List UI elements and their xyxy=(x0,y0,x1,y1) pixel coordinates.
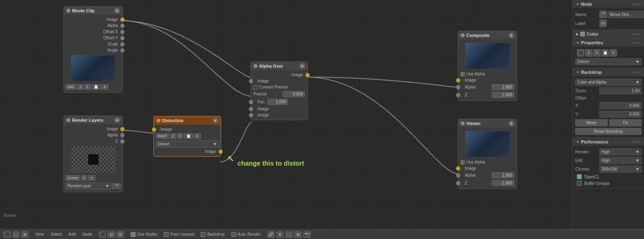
rl-num-btn[interactable]: 2 xyxy=(81,175,87,181)
node-canvas[interactable]: Movie Clip ● Image Alpha Offset X Offset… xyxy=(0,0,572,229)
props-imgp-btn[interactable]: ⬛ xyxy=(577,49,584,57)
perf-buffer-checkbox[interactable] xyxy=(577,181,582,186)
sb-icon10[interactable]: ⊞ xyxy=(294,231,302,238)
backdrop-zoom-input[interactable]: 1.00 xyxy=(599,87,642,94)
backdrop-reset-btn[interactable]: Reset Backdrop xyxy=(575,128,642,135)
color-section-header[interactable]: ▶ Color ═══ xyxy=(573,30,644,38)
ao-socket-out[interactable] xyxy=(305,73,310,77)
composite-close[interactable]: ● xyxy=(508,32,514,38)
node-section-header[interactable]: ▼ Node ═══ xyxy=(573,0,644,8)
viewer-close[interactable]: ● xyxy=(508,121,514,126)
socket-out-angle[interactable] xyxy=(120,48,124,52)
backdrop-color-dropdown[interactable]: Color and Alpha ▼ xyxy=(575,79,642,86)
viewer-socket-z[interactable] xyxy=(456,181,460,185)
props-f-btn[interactable]: F xyxy=(593,49,601,57)
backdrop-x-input[interactable]: 0.000 xyxy=(599,102,642,109)
rl-scene-btn[interactable]: Scene xyxy=(66,175,80,181)
backdrop-fit-btn[interactable]: Fit xyxy=(609,119,642,126)
render-layers-node[interactable]: Render Layers ● Image Alpha Z xyxy=(63,116,123,192)
alpha-over-close[interactable]: ● xyxy=(299,63,305,69)
sb-auto-render-checkbox[interactable] xyxy=(231,232,236,237)
sb-backdrop-checkbox[interactable] xyxy=(201,232,206,237)
sb-icon1[interactable]: ⬛ xyxy=(3,231,11,238)
socket-out-scale[interactable] xyxy=(120,42,124,46)
composite-z-input[interactable]: 1.000 xyxy=(492,92,514,98)
ao-socket-in-fac[interactable] xyxy=(249,100,253,104)
rl-socket-out-alpha[interactable] xyxy=(120,133,124,137)
node-label-icon[interactable]: 🏷 xyxy=(599,20,607,27)
dist-f-btn[interactable]: F xyxy=(177,133,183,139)
props-clip-btn[interactable]: 📋 xyxy=(601,49,609,57)
viewer-socket-in-image[interactable] xyxy=(456,166,460,171)
sb-icon7[interactable]: 🔗 xyxy=(267,231,275,238)
composite-socket-z[interactable] xyxy=(456,93,460,97)
ao-socket-in3[interactable] xyxy=(249,113,253,117)
backdrop-section-header[interactable]: ▼ Backdrop ═══ xyxy=(573,68,644,76)
node-name-input[interactable] xyxy=(608,11,644,18)
rl-socket-out-z[interactable] xyxy=(120,139,124,143)
sb-free-unused-checkbox[interactable] xyxy=(164,232,169,237)
viewer-z-input[interactable]: 1.000 xyxy=(492,180,514,186)
distortion-socket-out[interactable] xyxy=(219,150,223,154)
distortion-socket-in[interactable] xyxy=(152,127,156,132)
sb-icon6[interactable]: ⊞ xyxy=(117,231,124,238)
backdrop-move-btn[interactable]: Move xyxy=(575,119,608,126)
sb-view-label[interactable]: View xyxy=(35,232,44,237)
composite-socket-in-image[interactable] xyxy=(456,78,460,82)
socket-out-offsetx[interactable] xyxy=(120,30,124,34)
viewer-node[interactable]: Viewer ● Use Alpha Image Alpha: xyxy=(458,119,517,189)
perf-opencl-checkbox[interactable] xyxy=(577,174,582,179)
sb-icon9[interactable]: ⬚ xyxy=(285,231,293,238)
sb-icon2[interactable]: ⬚ xyxy=(12,231,20,238)
mc-num-btn[interactable]: 2 xyxy=(77,84,84,90)
viewer-alpha-input[interactable]: 1.000 xyxy=(492,172,514,178)
perf-chunks-dropdown[interactable]: 256x256 ▼ xyxy=(599,166,642,173)
mc-clip-btn[interactable]: 📋 xyxy=(92,84,100,90)
node-name-icon[interactable]: 🎬 xyxy=(599,11,607,18)
distortion-node[interactable]: Distortion ● Image IMGP 2 F 📋 ✕ Distor xyxy=(154,116,221,157)
movie-clip-node[interactable]: Movie Clip ● Image Alpha Offset X Offset… xyxy=(63,6,123,93)
sb-icon3[interactable]: ⊞ xyxy=(21,231,29,238)
ao-convert-premul-checkbox[interactable] xyxy=(253,85,258,89)
rl-socket-out-image[interactable] xyxy=(120,127,124,131)
viewer-socket-alpha[interactable] xyxy=(456,173,460,178)
rl-render-btn[interactable]: 🎬 xyxy=(112,183,121,189)
mc-x-btn[interactable]: ✕ xyxy=(101,84,108,90)
dist-imgp-btn[interactable]: IMGP xyxy=(156,133,169,139)
perf-edit-dropdown[interactable]: High ▼ xyxy=(599,157,642,164)
sb-icon5[interactable]: ⊟ xyxy=(108,231,115,238)
socket-out-alpha[interactable] xyxy=(120,24,124,28)
movie-clip-close[interactable]: ● xyxy=(114,8,120,14)
props-num-btn[interactable]: 2 xyxy=(585,49,592,57)
alpha-over-node[interactable]: Alpha Over ● Image Image Convert Premul … xyxy=(251,61,308,120)
viewer-use-alpha-checkbox[interactable] xyxy=(461,160,465,164)
socket-out-image[interactable] xyxy=(120,18,124,22)
render-layers-close[interactable]: ● xyxy=(114,117,120,123)
distortion-close[interactable]: ● xyxy=(212,118,218,123)
backdrop-y-input[interactable]: 0.000 xyxy=(599,111,642,118)
sb-add-label[interactable]: Add xyxy=(68,232,76,237)
mc-img-btn[interactable]: IMG xyxy=(66,84,77,90)
sb-icon4[interactable]: ⬛ xyxy=(99,231,106,238)
socket-out-offsety[interactable] xyxy=(120,36,124,40)
rl-x-btn[interactable]: ✕ xyxy=(88,175,95,181)
composite-alpha-input[interactable]: 1.000 xyxy=(492,84,514,90)
dist-x-btn[interactable]: ✕ xyxy=(194,133,201,139)
distortion-type-dropdown[interactable]: Distort ▼ xyxy=(156,141,219,148)
props-x-btn[interactable]: ✕ xyxy=(610,49,617,57)
props-type-dropdown[interactable]: Distort ▼ xyxy=(575,58,642,65)
perf-render-dropdown[interactable]: High ▼ xyxy=(599,148,642,155)
rl-layer-dropdown[interactable]: RenderLayer ▼ xyxy=(66,182,111,189)
ao-fac-input[interactable]: 1.000 xyxy=(267,99,288,105)
dist-num-btn[interactable]: 2 xyxy=(170,133,176,139)
composite-node[interactable]: Composite ● Use Alpha Image Alpha: xyxy=(458,31,517,101)
properties-section-header[interactable]: ▼ Properties ═══ xyxy=(573,39,644,47)
dist-clip-btn[interactable]: 📋 xyxy=(184,133,193,139)
sb-use-nodes-checkbox[interactable] xyxy=(131,232,136,237)
performance-section-header[interactable]: ▼ Performance ═══ xyxy=(573,138,644,146)
composite-socket-alpha[interactable] xyxy=(456,85,460,89)
mc-f-btn[interactable]: F xyxy=(84,84,91,90)
ao-premul-input[interactable]: 0.000 xyxy=(282,91,305,97)
sb-node-label[interactable]: Node xyxy=(82,232,92,237)
sb-select-label[interactable]: Select xyxy=(51,232,62,237)
